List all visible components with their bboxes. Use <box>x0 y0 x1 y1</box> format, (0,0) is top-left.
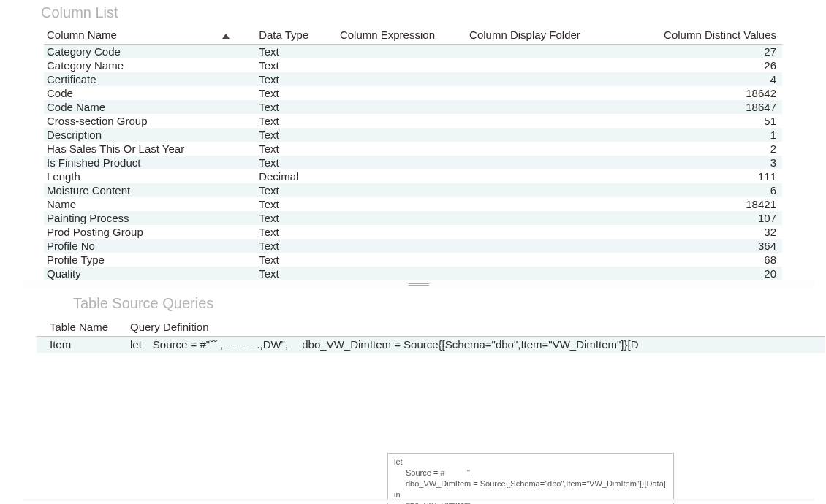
table-row[interactable]: Category CodeText27 <box>44 45 782 59</box>
cell-expr <box>337 128 466 142</box>
cell-distinct: 26 <box>629 58 782 72</box>
cell-name: Quality <box>44 267 256 280</box>
cell-expr <box>337 253 466 267</box>
query-tooltip: let Source = # ", dbo_VW_DimItem = Sourc… <box>387 453 674 504</box>
cell-dtype: Decimal <box>256 169 337 183</box>
table-row[interactable]: Profile NoText364 <box>44 239 782 253</box>
col-header-name-label: Column Name <box>47 28 117 41</box>
cell-folder <box>466 225 628 239</box>
cell-folder <box>466 45 628 59</box>
cell-dtype: Text <box>256 72 337 86</box>
cell-expr <box>337 183 466 197</box>
table-source-queries-title: Table Source Queries <box>37 288 825 318</box>
cell-dtype: Text <box>256 86 337 100</box>
cell-dtype: Text <box>256 100 337 114</box>
cell-distinct: 4 <box>629 72 782 86</box>
cell-distinct: 3 <box>629 156 782 169</box>
cell-folder <box>466 169 628 183</box>
cell-expr <box>337 45 466 59</box>
table-row[interactable]: QualityText20 <box>44 267 782 280</box>
cell-folder <box>466 86 628 100</box>
cell-dtype: Text <box>256 267 337 280</box>
cell-expr <box>337 114 466 128</box>
table-row[interactable]: Moisture ContentText6 <box>44 183 782 197</box>
table-row[interactable]: Code NameText18647 <box>44 100 782 114</box>
cell-distinct: 1 <box>629 128 782 142</box>
pane-resize-handle[interactable] <box>23 280 814 288</box>
cell-folder <box>466 267 628 280</box>
cell-dtype: Text <box>256 239 337 253</box>
cell-expr <box>337 86 466 100</box>
cell-distinct: 111 <box>629 169 782 183</box>
cell-name: Code <box>44 86 256 100</box>
cell-distinct: 2 <box>629 142 782 156</box>
cell-distinct: 107 <box>629 211 782 225</box>
tooltip-line: let <box>394 457 403 466</box>
panel-shadow <box>23 499 814 503</box>
table-row[interactable]: Prod Posting GroupText32 <box>44 225 782 239</box>
cell-folder <box>466 128 628 142</box>
cell-dtype: Text <box>256 225 337 239</box>
cell-name: Category Code <box>44 45 256 59</box>
table-row[interactable]: Itemlet Source = #"ˇˇ ‚ ‒ ‒ ‒ .,DW", dbo… <box>37 337 825 354</box>
cell-name: Profile Type <box>44 253 256 267</box>
tsq-header-querydef[interactable]: Query Definition <box>117 318 825 337</box>
col-header-expr[interactable]: Column Expression <box>337 26 466 45</box>
cell-name: Code Name <box>44 100 256 114</box>
cell-folder <box>466 183 628 197</box>
table-row[interactable]: Painting ProcessText107 <box>44 211 782 225</box>
cell-expr <box>337 197 466 211</box>
cell-dtype: Text <box>256 211 337 225</box>
cell-name: Name <box>44 197 256 211</box>
table-source-queries-panel: Table Source Queries Table Name Query De… <box>37 288 825 353</box>
tooltip-line: Source = # ", <box>394 467 667 478</box>
cell-name: Has Sales This Or Last Year <box>44 142 256 156</box>
cell-expr <box>337 239 466 253</box>
cell-folder <box>466 72 628 86</box>
table-row[interactable]: Profile TypeText68 <box>44 253 782 267</box>
cell-dtype: Text <box>256 183 337 197</box>
table-row[interactable]: DescriptionText1 <box>44 128 782 142</box>
table-row[interactable]: CertificateText4 <box>44 72 782 86</box>
cell-dtype: Text <box>256 142 337 156</box>
column-list-title: Column List <box>0 3 826 26</box>
table-row[interactable]: Cross-section GroupText51 <box>44 114 782 128</box>
cell-folder <box>466 239 628 253</box>
cell-dtype: Text <box>256 45 337 59</box>
tsq-header-tablename[interactable]: Table Name <box>37 318 117 337</box>
table-source-queries-table: Table Name Query Definition Itemlet Sour… <box>37 318 825 353</box>
cell-folder <box>466 211 628 225</box>
cell-expr <box>337 211 466 225</box>
cell-dtype: Text <box>256 58 337 72</box>
cell-name: Certificate <box>44 72 256 86</box>
tooltip-line: dbo_VW_DimItem = Source{[Schema="dbo",It… <box>394 478 667 489</box>
cell-querydef: let Source = #"ˇˇ ‚ ‒ ‒ ‒ .,DW", dbo_VW_… <box>117 337 825 354</box>
col-header-name[interactable]: Column Name <box>44 26 256 45</box>
cell-folder <box>466 197 628 211</box>
cell-expr <box>337 156 466 169</box>
cell-distinct: 68 <box>629 253 782 267</box>
column-list-panel: Column List Column Name Data Type Column… <box>0 0 826 280</box>
table-row[interactable]: NameText18421 <box>44 197 782 211</box>
cell-distinct: 32 <box>629 225 782 239</box>
cell-name: Prod Posting Group <box>44 225 256 239</box>
cell-folder <box>466 156 628 169</box>
table-row[interactable]: Has Sales This Or Last YearText2 <box>44 142 782 156</box>
col-header-folder[interactable]: Column Display Folder <box>466 26 628 45</box>
tooltip-line: in <box>394 490 401 499</box>
table-row[interactable]: Is Finished ProductText3 <box>44 156 782 169</box>
cell-dtype: Text <box>256 197 337 211</box>
table-row[interactable]: Category NameText26 <box>44 58 782 72</box>
cell-expr <box>337 72 466 86</box>
cell-dtype: Text <box>256 253 337 267</box>
table-row[interactable]: LengthDecimal111 <box>44 169 782 183</box>
table-row[interactable]: CodeText18642 <box>44 86 782 100</box>
col-header-distinct[interactable]: Column Distinct Values <box>629 26 782 45</box>
col-header-dtype[interactable]: Data Type <box>256 26 337 45</box>
cell-folder <box>466 58 628 72</box>
cell-name: Description <box>44 128 256 142</box>
cell-expr <box>337 169 466 183</box>
cell-distinct: 364 <box>629 239 782 253</box>
cell-name: Profile No <box>44 239 256 253</box>
cell-name: Is Finished Product <box>44 156 256 169</box>
